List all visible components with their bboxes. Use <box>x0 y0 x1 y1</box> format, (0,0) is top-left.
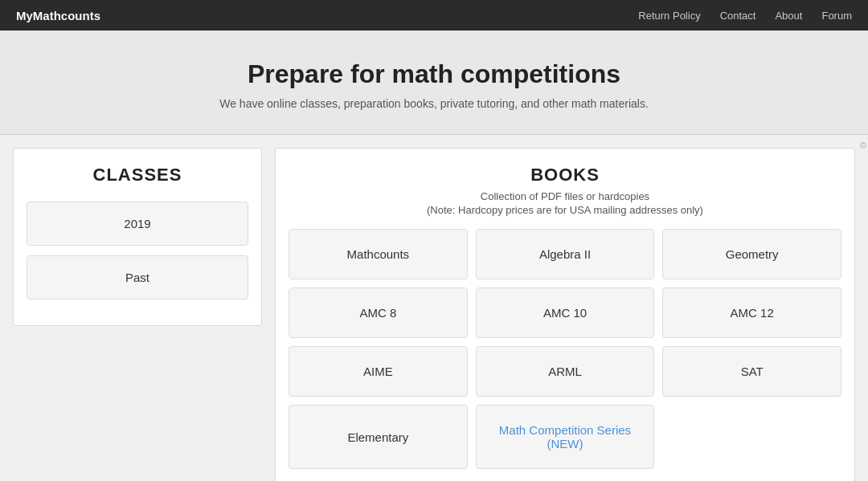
hero-subtitle: We have online classes, preparation book… <box>16 97 852 110</box>
class-past-btn[interactable]: Past <box>27 255 248 300</box>
navbar-brand: MyMathcounts <box>16 9 100 22</box>
classes-panel: CLASSES 2019 Past <box>13 148 262 326</box>
books-note: (Note: Hardcopy prices are for USA maili… <box>289 204 841 216</box>
forum-link[interactable]: Forum <box>821 10 852 22</box>
book-amc8-btn[interactable]: AMC 8 <box>289 287 468 338</box>
book-elementary-btn[interactable]: Elementary <box>289 405 468 469</box>
books-panel: BOOKS Collection of PDF files or hardcop… <box>275 148 855 481</box>
class-2019-btn[interactable]: 2019 <box>27 202 248 246</box>
contact-link[interactable]: Contact <box>720 10 756 22</box>
navbar-links: Return Policy Contact About Forum <box>638 10 852 22</box>
book-algebra2-btn[interactable]: Algebra II <box>476 229 655 279</box>
main-content: CLASSES 2019 Past BOOKS Collection of PD… <box>0 135 868 481</box>
book-amc10-btn[interactable]: AMC 10 <box>476 287 655 338</box>
about-link[interactable]: About <box>775 10 802 22</box>
navbar: MyMathcounts Return Policy Contact About… <box>0 0 868 31</box>
book-arml-btn[interactable]: ARML <box>476 346 655 397</box>
book-mathcounts-btn[interactable]: Mathcounts <box>289 229 468 279</box>
book-geometry-btn[interactable]: Geometry <box>662 229 841 279</box>
book-sat-btn[interactable]: SAT <box>662 346 841 397</box>
hero-section: Prepare for math competitions We have on… <box>0 31 868 135</box>
classes-heading: CLASSES <box>27 165 248 185</box>
book-aime-btn[interactable]: AIME <box>289 346 468 397</box>
books-grid: Mathcounts Algebra II Geometry AMC 8 AMC… <box>289 229 841 469</box>
copyright-symbol: © <box>860 141 866 150</box>
books-subtitle: Collection of PDF files or hardcopies <box>289 190 841 202</box>
book-empty-slot <box>662 405 841 469</box>
book-mcs-btn[interactable]: Math Competition Series (NEW) <box>476 405 655 469</box>
hero-title: Prepare for math competitions <box>16 59 852 89</box>
books-heading: BOOKS <box>289 165 841 185</box>
return-policy-link[interactable]: Return Policy <box>638 10 700 22</box>
book-amc12-btn[interactable]: AMC 12 <box>662 287 841 338</box>
